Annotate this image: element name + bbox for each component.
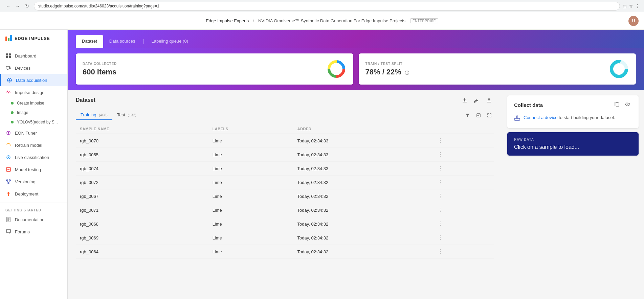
row-menu-button[interactable]: ⋮: [436, 234, 445, 241]
row-menu-button[interactable]: ⋮: [436, 248, 445, 255]
row-menu-button[interactable]: ⋮: [436, 179, 445, 186]
sample-label: Lime: [208, 203, 293, 217]
svg-point-19: [8, 182, 9, 184]
tab-labeling-queue[interactable]: Labeling queue (0): [146, 35, 194, 48]
sidebar-item-yolov5[interactable]: YOLOv5(added by S...: [0, 117, 67, 127]
sample-added: Today, 02:34:33: [293, 148, 432, 162]
documentation-label: Documentation: [15, 217, 44, 222]
table-row[interactable]: rgb_0072 Lime Today, 02:34:32 ⋮: [76, 176, 494, 189]
filter-button[interactable]: [463, 111, 472, 120]
table-row[interactable]: rgb_0068 Lime Today, 02:34:32 ⋮: [76, 217, 494, 231]
select-all-button[interactable]: [474, 111, 483, 120]
user-avatar[interactable]: U: [628, 16, 639, 26]
row-menu-button[interactable]: ⋮: [436, 221, 445, 227]
train-test-label: TRAIN / TEST SPLIT: [365, 62, 409, 66]
sidebar-item-documentation[interactable]: Documentation: [0, 213, 67, 226]
content-tabs: Dataset Data sources | Labeling queue (0…: [76, 35, 636, 48]
logo-bar-green: [8, 38, 9, 41]
collect-copy-button[interactable]: [613, 101, 621, 109]
row-menu-button[interactable]: ⋮: [436, 165, 445, 172]
svg-rect-32: [463, 102, 467, 102]
table-row[interactable]: rgb_0067 Lime Today, 02:34:32 ⋮: [76, 189, 494, 203]
sidebar: EDGE IMPULSE Dashboard: [0, 30, 68, 299]
sidebar-divider: [0, 203, 67, 203]
sample-added: Today, 02:34:32: [293, 203, 432, 217]
sidebar-item-devices[interactable]: Devices: [0, 62, 67, 74]
sidebar-item-deployment[interactable]: Deployment: [0, 188, 67, 200]
table-row[interactable]: rgb_0064 Lime Today, 02:34:32 ⋮: [76, 245, 494, 259]
tab-training[interactable]: Training (468): [76, 110, 112, 120]
table-row[interactable]: rgb_0070 Lime Today, 02:34:33 ⋮: [76, 134, 494, 148]
collect-data-title: Collect data: [514, 102, 543, 108]
image-label: Image: [17, 110, 28, 115]
dashboard-icon: [5, 53, 12, 59]
sidebar-item-forums[interactable]: Forums: [0, 226, 67, 238]
sidebar-item-versioning[interactable]: Versioning: [0, 176, 67, 188]
svg-rect-37: [514, 118, 520, 120]
test-count: (132): [128, 113, 136, 117]
url-bar[interactable]: studio.edgeimpulse.com/studio/246023/acq…: [34, 2, 620, 10]
sidebar-item-eon-tuner[interactable]: EON Tuner: [0, 127, 67, 139]
sample-name: rgb_0070: [76, 134, 208, 148]
sidebar-item-model-testing[interactable]: Model testing: [0, 163, 67, 176]
connect-device-link[interactable]: Connect a device: [524, 115, 557, 120]
back-button[interactable]: ←: [4, 2, 12, 10]
content-area: Dataset Data sources | Labeling queue (0…: [68, 30, 644, 299]
sample-label: Lime: [208, 189, 293, 203]
collect-data-card-actions: [613, 101, 632, 109]
train-test-info-icon[interactable]: ⓘ: [405, 70, 409, 75]
deployment-icon: [5, 191, 12, 197]
forums-icon: [5, 229, 12, 235]
svg-rect-4: [6, 66, 9, 69]
tab-dataset[interactable]: Dataset: [76, 35, 103, 48]
tab-data-sources[interactable]: Data sources: [103, 35, 141, 48]
data-acquisition-icon: [6, 77, 13, 83]
row-menu-button[interactable]: ⋮: [436, 151, 445, 158]
sidebar-item-dashboard[interactable]: Dashboard: [0, 50, 67, 62]
forward-button[interactable]: →: [14, 2, 22, 10]
retrain-model-icon: [5, 142, 12, 148]
sample-label: Lime: [208, 176, 293, 189]
expand-button[interactable]: [485, 111, 494, 120]
col-header-added: ADDED: [293, 124, 432, 134]
dataset-header: Dataset: [76, 95, 494, 105]
table-row[interactable]: rgb_0074 Lime Today, 02:34:33 ⋮: [76, 162, 494, 176]
svg-rect-35: [616, 103, 619, 106]
bookmark-icon: ☆: [629, 3, 633, 9]
svg-line-20: [7, 181, 8, 182]
table-row[interactable]: rgb_0069 Lime Today, 02:34:32 ⋮: [76, 231, 494, 245]
right-panel: Collect data: [502, 90, 644, 299]
sample-added: Today, 02:34:32: [293, 231, 432, 245]
row-menu-button[interactable]: ⋮: [436, 207, 445, 213]
sidebar-item-impulse-design[interactable]: Impulse design: [0, 86, 67, 98]
eon-tuner-icon: [5, 130, 12, 136]
breadcrumb-separator: /: [253, 18, 254, 23]
sidebar-item-image[interactable]: Image: [0, 108, 67, 117]
usb-icon: [514, 115, 520, 123]
collect-link-button[interactable]: [624, 101, 632, 109]
upload-button[interactable]: [460, 95, 469, 105]
sidebar-item-data-acquisition[interactable]: Data acquisition: [0, 74, 67, 86]
train-test-chart: [609, 59, 629, 79]
sidebar-item-create-impulse[interactable]: Create impulse: [0, 98, 67, 108]
data-acquisition-label: Data acquisition: [16, 78, 47, 83]
table-row[interactable]: rgb_0055 Lime Today, 02:34:33 ⋮: [76, 148, 494, 162]
cloud-upload-button[interactable]: [472, 95, 482, 105]
enterprise-badge: ENTERPRISE: [410, 18, 438, 23]
row-menu-button[interactable]: ⋮: [436, 193, 445, 200]
train-test-value: 78% / 22% ⓘ: [365, 68, 409, 76]
create-impulse-dot: [11, 102, 14, 105]
sample-label: Lime: [208, 245, 293, 259]
sample-added: Today, 02:34:32: [293, 217, 432, 231]
sidebar-item-retrain-model[interactable]: Retrain model: [0, 139, 67, 151]
reload-button[interactable]: ↻: [23, 2, 31, 10]
project-owner: Edge Impulse Experts: [206, 18, 249, 23]
tab-test[interactable]: Test (132): [112, 110, 141, 120]
sidebar-item-live-classification[interactable]: Live classification: [0, 151, 67, 163]
table-row[interactable]: rgb_0071 Lime Today, 02:34:32 ⋮: [76, 203, 494, 217]
versioning-icon: [5, 179, 12, 185]
sample-name: rgb_0064: [76, 245, 208, 259]
row-menu-button[interactable]: ⋮: [436, 137, 445, 144]
create-impulse-label: Create impulse: [17, 101, 44, 106]
download-button[interactable]: [484, 95, 494, 105]
